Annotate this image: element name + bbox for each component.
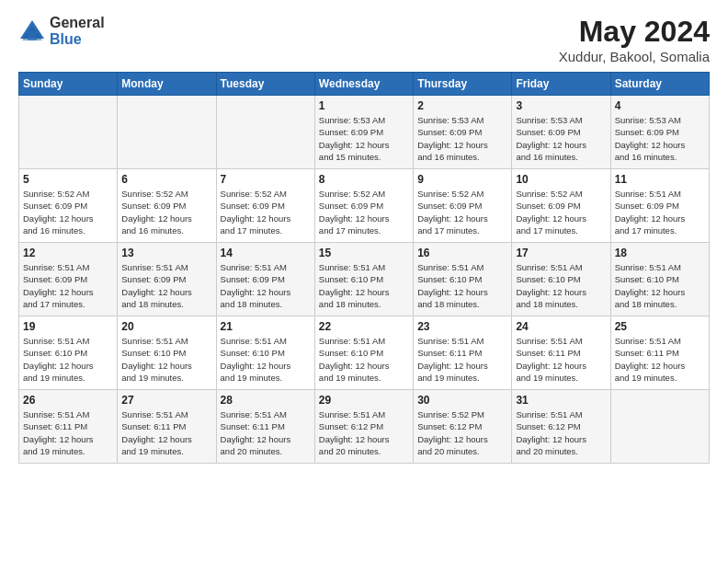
day-number: 17: [516, 247, 606, 259]
calendar-cell: 23Sunrise: 5:51 AMSunset: 6:11 PMDayligh…: [414, 316, 512, 390]
day-number: 6: [121, 173, 211, 186]
calendar-cell: 2Sunrise: 5:53 AMSunset: 6:09 PMDaylight…: [414, 96, 512, 169]
day-number: 1: [319, 99, 409, 112]
day-number: 28: [221, 394, 311, 407]
calendar-header: Sunday Monday Tuesday Wednesday Thursday…: [19, 73, 710, 96]
day-number: 30: [417, 394, 507, 407]
page: General Blue May 2024 Xuddur, Bakool, So…: [0, 0, 728, 563]
week-row-4: 26Sunrise: 5:51 AMSunset: 6:11 PMDayligh…: [19, 390, 710, 464]
day-info: Sunrise: 5:51 AMSunset: 6:11 PMDaylight:…: [221, 408, 311, 457]
day-info: Sunrise: 5:51 AMSunset: 6:11 PMDaylight:…: [516, 335, 606, 384]
location: Xuddur, Bakool, Somalia: [559, 49, 710, 64]
calendar-body: 1Sunrise: 5:53 AMSunset: 6:09 PMDaylight…: [19, 96, 710, 464]
calendar-cell: 26Sunrise: 5:51 AMSunset: 6:11 PMDayligh…: [19, 390, 118, 464]
col-tuesday: Tuesday: [216, 73, 314, 96]
logo-text: General Blue: [50, 15, 105, 47]
day-number: 23: [417, 320, 507, 333]
day-info: Sunrise: 5:52 AMSunset: 6:09 PMDaylight:…: [221, 188, 311, 236]
calendar-cell: 3Sunrise: 5:53 AMSunset: 6:09 PMDaylight…: [512, 96, 610, 169]
day-info: Sunrise: 5:52 AMSunset: 6:09 PMDaylight:…: [121, 188, 211, 236]
calendar-cell: [19, 96, 118, 169]
calendar-cell: 25Sunrise: 5:51 AMSunset: 6:11 PMDayligh…: [610, 316, 709, 390]
day-info: Sunrise: 5:52 AMSunset: 6:09 PMDaylight:…: [319, 188, 409, 236]
day-info: Sunrise: 5:51 AMSunset: 6:10 PMDaylight:…: [417, 261, 507, 310]
day-info: Sunrise: 5:51 AMSunset: 6:11 PMDaylight:…: [615, 335, 705, 384]
calendar-cell: 31Sunrise: 5:51 AMSunset: 6:12 PMDayligh…: [512, 390, 610, 464]
col-thursday: Thursday: [414, 73, 512, 96]
col-saturday: Saturday: [610, 73, 709, 96]
calendar-cell: 8Sunrise: 5:52 AMSunset: 6:09 PMDaylight…: [314, 169, 413, 243]
col-wednesday: Wednesday: [314, 73, 413, 96]
day-number: 12: [23, 247, 113, 259]
calendar-cell: 9Sunrise: 5:52 AMSunset: 6:09 PMDaylight…: [414, 169, 512, 243]
calendar-cell: 1Sunrise: 5:53 AMSunset: 6:09 PMDaylight…: [314, 96, 413, 169]
day-info: Sunrise: 5:51 AMSunset: 6:12 PMDaylight:…: [319, 408, 409, 457]
day-number: 2: [417, 99, 507, 112]
day-number: 31: [516, 394, 606, 407]
calendar-cell: 24Sunrise: 5:51 AMSunset: 6:11 PMDayligh…: [512, 316, 610, 390]
day-info: Sunrise: 5:51 AMSunset: 6:10 PMDaylight:…: [121, 335, 211, 384]
day-number: 27: [121, 394, 211, 407]
day-number: 8: [319, 173, 409, 186]
day-number: 4: [615, 99, 705, 112]
day-info: Sunrise: 5:53 AMSunset: 6:09 PMDaylight:…: [516, 114, 606, 163]
logo-general: General: [50, 15, 105, 31]
day-info: Sunrise: 5:52 AMSunset: 6:09 PMDaylight:…: [23, 188, 113, 236]
calendar-cell: 5Sunrise: 5:52 AMSunset: 6:09 PMDaylight…: [19, 169, 118, 243]
day-info: Sunrise: 5:51 AMSunset: 6:11 PMDaylight:…: [417, 335, 507, 384]
day-info: Sunrise: 5:51 AMSunset: 6:09 PMDaylight:…: [23, 261, 113, 310]
week-row-0: 1Sunrise: 5:53 AMSunset: 6:09 PMDaylight…: [19, 96, 710, 169]
logo-icon: [18, 18, 46, 44]
calendar-cell: 20Sunrise: 5:51 AMSunset: 6:10 PMDayligh…: [118, 316, 216, 390]
calendar-cell: 27Sunrise: 5:51 AMSunset: 6:11 PMDayligh…: [118, 390, 216, 464]
calendar-cell: 13Sunrise: 5:51 AMSunset: 6:09 PMDayligh…: [118, 243, 216, 316]
calendar-cell: 18Sunrise: 5:51 AMSunset: 6:10 PMDayligh…: [610, 243, 709, 316]
calendar-cell: [118, 96, 216, 169]
week-row-1: 5Sunrise: 5:52 AMSunset: 6:09 PMDaylight…: [19, 169, 710, 243]
day-number: 25: [615, 320, 705, 333]
calendar-cell: 30Sunrise: 5:52 PMSunset: 6:12 PMDayligh…: [414, 390, 512, 464]
calendar-cell: 19Sunrise: 5:51 AMSunset: 6:10 PMDayligh…: [19, 316, 118, 390]
day-info: Sunrise: 5:51 AMSunset: 6:09 PMDaylight:…: [121, 261, 211, 310]
month-title: May 2024: [559, 15, 710, 49]
day-number: 11: [615, 173, 705, 186]
day-number: 22: [319, 320, 409, 333]
header: General Blue May 2024 Xuddur, Bakool, So…: [18, 15, 710, 64]
calendar-cell: 22Sunrise: 5:51 AMSunset: 6:10 PMDayligh…: [314, 316, 413, 390]
calendar-cell: 11Sunrise: 5:51 AMSunset: 6:09 PMDayligh…: [610, 169, 709, 243]
day-number: 19: [23, 320, 113, 333]
week-row-3: 19Sunrise: 5:51 AMSunset: 6:10 PMDayligh…: [19, 316, 710, 390]
svg-rect-2: [28, 31, 37, 40]
day-number: 29: [319, 394, 409, 407]
day-number: 16: [417, 247, 507, 259]
calendar-cell: 7Sunrise: 5:52 AMSunset: 6:09 PMDaylight…: [216, 169, 314, 243]
day-number: 13: [121, 247, 211, 259]
calendar-cell: 12Sunrise: 5:51 AMSunset: 6:09 PMDayligh…: [19, 243, 118, 316]
day-number: 15: [319, 247, 409, 259]
col-monday: Monday: [118, 73, 216, 96]
day-info: Sunrise: 5:51 AMSunset: 6:11 PMDaylight:…: [121, 408, 211, 457]
calendar-cell: 4Sunrise: 5:53 AMSunset: 6:09 PMDaylight…: [610, 96, 709, 169]
day-info: Sunrise: 5:51 AMSunset: 6:12 PMDaylight:…: [516, 408, 606, 457]
col-friday: Friday: [512, 73, 610, 96]
day-info: Sunrise: 5:51 AMSunset: 6:09 PMDaylight:…: [221, 261, 311, 310]
day-info: Sunrise: 5:51 AMSunset: 6:10 PMDaylight:…: [615, 261, 705, 310]
day-number: 7: [221, 173, 311, 186]
day-info: Sunrise: 5:51 AMSunset: 6:10 PMDaylight:…: [221, 335, 311, 384]
day-info: Sunrise: 5:53 AMSunset: 6:09 PMDaylight:…: [319, 114, 409, 163]
day-info: Sunrise: 5:52 AMSunset: 6:09 PMDaylight:…: [516, 188, 606, 236]
day-info: Sunrise: 5:53 AMSunset: 6:09 PMDaylight:…: [615, 114, 705, 163]
calendar-cell: [216, 96, 314, 169]
day-info: Sunrise: 5:51 AMSunset: 6:10 PMDaylight:…: [516, 261, 606, 310]
day-info: Sunrise: 5:53 AMSunset: 6:09 PMDaylight:…: [417, 114, 507, 163]
calendar-cell: 17Sunrise: 5:51 AMSunset: 6:10 PMDayligh…: [512, 243, 610, 316]
week-row-2: 12Sunrise: 5:51 AMSunset: 6:09 PMDayligh…: [19, 243, 710, 316]
day-info: Sunrise: 5:51 AMSunset: 6:11 PMDaylight:…: [23, 408, 113, 457]
day-number: 26: [23, 394, 113, 407]
day-info: Sunrise: 5:51 AMSunset: 6:09 PMDaylight:…: [615, 188, 705, 236]
calendar-cell: 16Sunrise: 5:51 AMSunset: 6:10 PMDayligh…: [414, 243, 512, 316]
calendar-cell: 10Sunrise: 5:52 AMSunset: 6:09 PMDayligh…: [512, 169, 610, 243]
day-number: 9: [417, 173, 507, 186]
day-info: Sunrise: 5:51 AMSunset: 6:10 PMDaylight:…: [319, 261, 409, 310]
calendar-cell: 6Sunrise: 5:52 AMSunset: 6:09 PMDaylight…: [118, 169, 216, 243]
